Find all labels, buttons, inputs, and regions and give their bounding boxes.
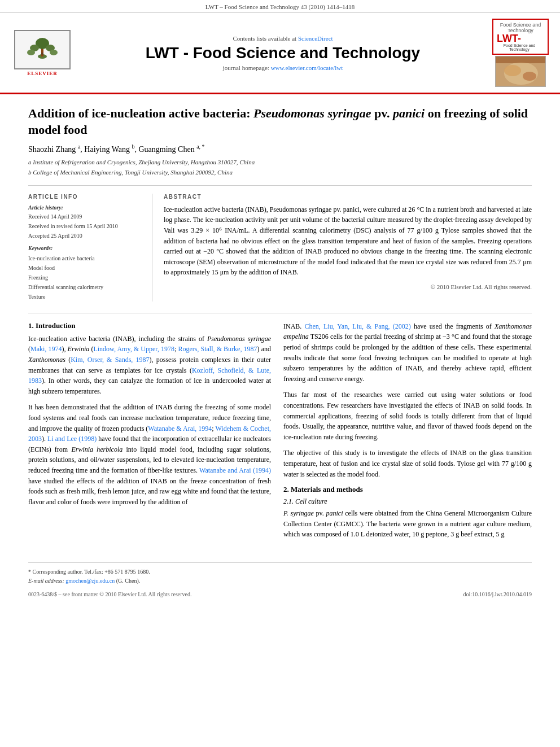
keywords-label: Keywords: [28, 245, 141, 251]
lwt-badge-sub: Food Science and Technology [497, 43, 542, 51]
right-para3: The objective of this study is to invest… [283, 448, 532, 479]
received-date: Received 14 April 2009 [28, 212, 141, 221]
elsevier-tree-icon [20, 37, 65, 62]
lwt-badge-image [495, 56, 546, 87]
revised-date: Received in revised form 15 April 2010 [28, 221, 141, 231]
lwt-badge: Food Science and Technology LWT- Food Sc… [492, 19, 549, 55]
journal-center-info: Contents lists available at ScienceDirec… [79, 35, 487, 71]
intro-para1: Ice-nucleation active bacteria (INAB), i… [28, 334, 271, 397]
ref-li[interactable]: Li and Lee (1998) [47, 435, 97, 443]
footer-notes: * Corresponding author. Tel./fax: +86 57… [28, 562, 532, 586]
intro-para2: It has been demonstrated that the additi… [28, 402, 271, 507]
sciencedirect-link[interactable]: ScienceDirect [298, 35, 333, 42]
journal-citation: LWT – Food Science and Technology 43 (20… [205, 3, 355, 10]
ref-lindow[interactable]: Lindow, Amy, & Upper, 1978 [93, 345, 174, 353]
copyright-line: © 2010 Elsevier Ltd. All rights reserved… [164, 283, 532, 290]
email-line: E-mail address: gmochen@zju.edu.cn (G. C… [28, 576, 532, 586]
abstract-box: ABSTRACT Ice-nucleation active bacteria … [164, 194, 532, 302]
lwt-logo-area: Food Science and Technology LWT- Food Sc… [492, 19, 549, 87]
svg-point-10 [504, 65, 521, 76]
article-dates: Received 14 April 2009 Received in revis… [28, 212, 141, 241]
body-right: INAB. Chen, Liu, Yan, Liu, & Pang, (2002… [283, 321, 532, 545]
article-info-title: ARTICLE INFO [28, 194, 141, 200]
footer-doi: doi:10.1016/j.lwt.2010.04.019 [463, 591, 532, 597]
elsevier-text: ELSEVIER [27, 71, 58, 76]
right-para2: Thus far most of the researches were car… [283, 390, 532, 442]
corresponding-author: * Corresponding author. Tel./fax: +86 57… [28, 567, 532, 576]
elsevier-logo-box [14, 30, 71, 69]
keyword-4: Differential scanning calorimetry [28, 282, 141, 292]
cell-culture-para: P. syringae pv. panici cells were obtain… [283, 508, 532, 540]
journal-title: LWT - Food Science and Technology [79, 44, 487, 62]
keywords-list: Ice-nucleation active bacteria Model foo… [28, 254, 141, 302]
footer-issn: 0023-6438/$ – see front matter © 2010 El… [28, 591, 191, 597]
elsevier-logo: ELSEVIER [11, 30, 73, 76]
food-image-icon [496, 56, 546, 87]
accepted-date: Accepted 25 April 2010 [28, 231, 141, 241]
right-para1: INAB. Chen, Liu, Yan, Liu, & Pang, (2002… [283, 321, 532, 385]
subsection21-heading: 2.1. Cell culture [283, 497, 532, 506]
svg-point-7 [41, 53, 43, 55]
email-link[interactable]: gmochen@zju.edu.cn [65, 578, 115, 584]
keyword-1: Ice-nucleation active bacteria [28, 254, 141, 263]
ref-kim[interactable]: Kim, Orser, & Sands, 1987 [71, 356, 149, 364]
ref-kozloff[interactable]: Kozloff, Schofield, & Lute, 1983 [28, 366, 271, 385]
abstract-text: Ice-nucleation active bacteria (INAB), P… [164, 204, 532, 278]
ref-chen[interactable]: Chen, Liu, Yan, Liu, & Pang, (2002) [305, 322, 411, 330]
svg-point-11 [523, 72, 536, 81]
ref-maki[interactable]: Maki, 1974 [30, 345, 62, 353]
svg-point-5 [27, 50, 35, 55]
divider-2 [28, 313, 532, 313]
authors: Shaozhi Zhang a, Haiying Wang b, Guangmi… [28, 143, 532, 154]
journal-top-bar: LWT – Food Science and Technology 43 (20… [0, 0, 560, 13]
abstract-title: ABSTRACT [164, 194, 532, 200]
lwt-badge-title: LWT- [497, 33, 521, 43]
journal-header: ELSEVIER Contents lists available at Sci… [0, 13, 560, 94]
journal-homepage: journal homepage: www.elsevier.com/locat… [79, 64, 487, 71]
homepage-link[interactable]: www.elsevier.com/locate/lwt [271, 64, 343, 71]
ref-rogers[interactable]: Rogers, Stall, & Burke, 1987 [178, 345, 257, 353]
keyword-2: Model food [28, 263, 141, 273]
svg-point-6 [50, 50, 58, 55]
history-label: Article history: [28, 204, 141, 211]
affiliation-b: b College of Mechanical Engineering, Ton… [28, 168, 532, 177]
article-content: Addition of ice-nucleation active bacter… [0, 94, 560, 614]
ref-watanabe2[interactable]: Watanabe and Arai (1994) [199, 466, 271, 474]
info-section: ARTICLE INFO Article history: Received 1… [28, 194, 532, 302]
section1-heading: 1. Introduction [28, 321, 271, 330]
body-left: 1. Introduction Ice-nucleation active ba… [28, 321, 271, 545]
footer-bottom: 0023-6438/$ – see front matter © 2010 El… [28, 591, 532, 597]
svg-rect-12 [496, 56, 546, 63]
lwt-badge-top-text: Food Science and Technology [497, 22, 544, 33]
keyword-5: Texture [28, 292, 141, 302]
section2-heading: 2. Materials and methods [283, 485, 532, 494]
sciencedirect-info: Contents lists available at ScienceDirec… [79, 35, 487, 42]
body-columns: 1. Introduction Ice-nucleation active ba… [28, 321, 532, 545]
affiliation-a: a Institute of Refrigeration and Cryogen… [28, 158, 532, 167]
article-info-box: ARTICLE INFO Article history: Received 1… [28, 194, 152, 302]
divider-1 [28, 185, 532, 186]
keyword-3: Freezing [28, 273, 141, 282]
article-title: Addition of ice-nucleation active bacter… [28, 106, 532, 138]
ref-watanabe[interactable]: Watanabe & Arai, 1994 [148, 425, 212, 433]
